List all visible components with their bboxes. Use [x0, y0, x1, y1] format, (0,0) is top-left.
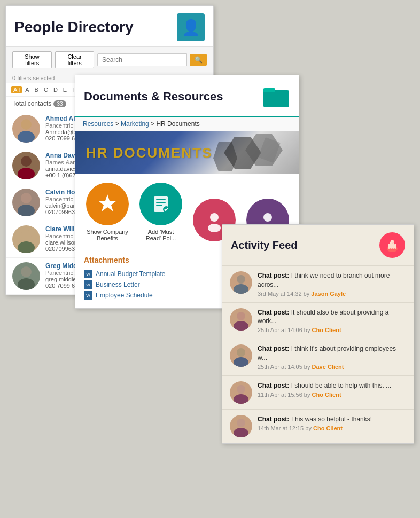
list-item[interactable]: Chat post: I think it's about providing …: [222, 339, 414, 376]
svg-point-1: [18, 131, 35, 143]
mustread-circle: [139, 183, 182, 225]
svg-point-39: [234, 394, 248, 404]
attachment-icon: W: [84, 280, 92, 289]
svg-point-37: [234, 357, 248, 367]
attachment-name: Employee Schedule: [96, 292, 153, 299]
svg-point-2: [21, 156, 32, 167]
activity-prefix: Chat post:: [258, 345, 291, 352]
avatar: [12, 115, 40, 143]
people-directory-header: People Directory 👤: [6, 6, 213, 47]
svg-point-9: [18, 278, 35, 290]
folder-icon-box: [262, 84, 290, 109]
svg-rect-18: [156, 199, 166, 200]
attachment-icon: W: [84, 291, 92, 300]
activity-content: Chat post: I should be able to help with…: [258, 381, 406, 398]
svg-point-31: [391, 240, 394, 243]
activity-meta: 11th Apr at 15:56 by Cho Client: [258, 391, 406, 398]
activity-meta: 25th Apr at 14:06 by Cho Client: [258, 327, 406, 333]
svg-rect-29: [388, 244, 390, 249]
hand-icon: [379, 232, 405, 258]
activity-prefix: Chat post:: [258, 272, 291, 279]
hr-banner: HR DOCUMENTS: [75, 131, 299, 174]
activity-feed-panel: Activity Feed Chat post: I thi: [222, 224, 414, 444]
activity-by: by: [304, 391, 312, 398]
doc-icon-benefits[interactable]: Show Company Benefits: [86, 183, 129, 241]
benefits-label: Show Company Benefits: [86, 229, 129, 241]
activity-content: Chat post: It should also be about provi…: [258, 308, 406, 334]
svg-point-8: [21, 266, 32, 277]
doc-icon-mustread[interactable]: Add 'Must Read' Pol...: [139, 183, 182, 241]
hr-banner-title: HR DOCUMENTS: [86, 145, 212, 161]
breadcrumb-marketing[interactable]: Marketing: [121, 120, 149, 128]
activity-date: 11th Apr at 15:56: [258, 391, 302, 398]
alpha-all[interactable]: All: [11, 86, 22, 93]
avatar: [12, 152, 40, 179]
avatar: [12, 225, 40, 253]
list-item[interactable]: Chat post: I should be able to help with…: [222, 376, 414, 410]
avatar: [230, 381, 252, 404]
activity-feed-header: Activity Feed: [222, 225, 414, 266]
svg-point-35: [234, 321, 248, 331]
breadcrumb-separator-2: >: [151, 120, 156, 128]
breadcrumb-current: HR Documents: [156, 120, 199, 128]
svg-point-24: [263, 213, 272, 222]
search-input[interactable]: [97, 53, 187, 66]
list-item[interactable]: Chat post: It should also be about provi…: [222, 303, 414, 340]
activity-date: 25th Apr at 14:05: [258, 364, 302, 370]
clear-filters-button[interactable]: Clear filters: [55, 51, 94, 68]
banner-shapes: [203, 131, 288, 174]
activity-content: Chat post: I think it's about providing …: [258, 344, 406, 370]
list-item[interactable]: Chat post: This was so helpful - thanks!…: [222, 410, 414, 443]
svg-rect-28: [392, 242, 394, 249]
activity-prefix: Chat post:: [258, 309, 291, 316]
activity-feed-title: Activity Feed: [231, 239, 297, 252]
breadcrumb: Resources > Marketing > HR Documents: [75, 117, 299, 131]
activity-author: Cho Client: [312, 327, 341, 333]
svg-point-23: [208, 224, 221, 232]
alpha-e[interactable]: E: [61, 86, 69, 93]
svg-rect-11: [263, 88, 275, 92]
search-button[interactable]: 🔍: [190, 54, 207, 66]
activity-date: 25th Apr at 14:06: [258, 327, 302, 333]
svg-point-3: [18, 168, 35, 179]
svg-point-4: [21, 193, 32, 203]
activity-text: Chat post: I should be able to help with…: [258, 381, 406, 390]
svg-point-36: [237, 348, 245, 357]
people-directory-icon: 👤: [182, 19, 200, 36]
people-toolbar: Show filters Clear filters 🔍: [6, 47, 213, 73]
svg-point-34: [237, 312, 245, 320]
svg-marker-16: [98, 194, 116, 211]
avatar: [230, 271, 252, 294]
activity-text: Chat post: I think it's about providing …: [258, 344, 406, 363]
folder-icon: [262, 85, 290, 108]
activity-message: This was so helpful - thanks!: [291, 415, 372, 423]
alpha-d[interactable]: D: [51, 86, 60, 93]
activity-author: Cho Client: [312, 391, 341, 398]
breadcrumb-separator-1: >: [115, 120, 121, 128]
svg-point-40: [237, 419, 245, 427]
mustread-label: Add 'Must Read' Pol...: [139, 229, 182, 241]
avatar: [230, 308, 252, 331]
alpha-a[interactable]: A: [23, 86, 31, 93]
activity-list: Chat post: I think we need to branch out…: [222, 266, 414, 443]
activity-date: 14th Mar at 12:15: [258, 425, 304, 431]
activity-meta: 14th Mar at 12:15 by Cho Client: [258, 425, 406, 431]
contact-count-badge: 33: [53, 100, 66, 107]
svg-rect-19: [156, 202, 166, 203]
svg-point-32: [237, 275, 245, 284]
alpha-c[interactable]: C: [42, 86, 50, 93]
svg-rect-20: [156, 205, 162, 206]
avatar: [12, 189, 40, 216]
activity-meta: 25th Apr at 14:05 by Dave Client: [258, 364, 406, 370]
page-title: People Directory: [14, 19, 134, 36]
activity-by: by: [304, 364, 312, 370]
activity-content: Chat post: This was so helpful - thanks!…: [258, 415, 406, 431]
breadcrumb-resources[interactable]: Resources: [83, 120, 113, 128]
activity-text: Chat post: I think we need to branch out…: [258, 271, 406, 289]
activity-date: 3rd May at 14:32: [258, 291, 302, 297]
alpha-b[interactable]: B: [33, 86, 41, 93]
list-item[interactable]: Chat post: I think we need to branch out…: [222, 266, 414, 303]
activity-content: Chat post: I think we need to branch out…: [258, 271, 406, 297]
documents-title: Documents & Resources: [84, 90, 223, 104]
show-filters-button[interactable]: Show filters: [12, 51, 52, 68]
